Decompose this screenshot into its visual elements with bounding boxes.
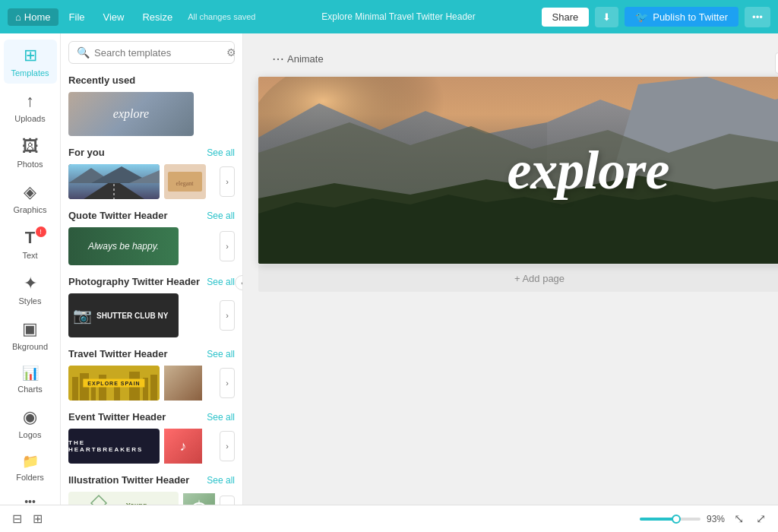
travel-see-all[interactable]: See all: [207, 349, 235, 359]
quote-see-all[interactable]: See all: [207, 211, 235, 221]
sidebar-item-logos[interactable]: ◉ Logos: [4, 401, 57, 445]
sidebar-item-folders[interactable]: 📁 Folders: [4, 447, 57, 488]
file-menu-button[interactable]: File: [62, 8, 93, 26]
page-thumb-button[interactable]: ⊟: [9, 510, 25, 527]
animate-button[interactable]: ⋯ Animate: [266, 49, 330, 69]
graphics-icon: ◈: [24, 182, 36, 202]
icon-sidebar: ⊞ Templates ↑ Uploads 🖼 Photos ◈ Graphic…: [0, 33, 61, 532]
sidebar-item-text[interactable]: T Text !: [4, 222, 57, 266]
recently-used-thumb[interactable]: explore: [68, 92, 194, 136]
travel-thumb[interactable]: EXPLORE SPAIN: [68, 366, 160, 401]
bottom-toolbar: ⊟ ⊞ 93% ⤡ ⤢: [0, 505, 778, 532]
download-icon: ⬇: [602, 11, 611, 23]
text-label: Text: [22, 251, 37, 260]
for-you-see-all[interactable]: See all: [207, 147, 235, 158]
logos-icon: ◉: [23, 407, 37, 427]
canvas-image[interactable]: explore: [258, 77, 778, 264]
text-icon: T: [25, 228, 35, 248]
quote-thumb[interactable]: Always be happy.: [68, 227, 179, 265]
travel-overlay-text: EXPLORE SPAIN: [83, 379, 144, 388]
event-thumb[interactable]: THE HEARTBREAKERS: [68, 429, 160, 464]
event-thumb-text: THE HEARTBREAKERS: [68, 439, 160, 453]
zoom-level: 93%: [707, 514, 725, 524]
zoom-fill: [640, 518, 676, 521]
svg-rect-17: [150, 375, 157, 401]
for-you-next-arrow[interactable]: ›: [220, 166, 235, 197]
view-label: View: [103, 11, 125, 23]
templates-label: Templates: [11, 68, 49, 78]
charts-icon: 📊: [22, 365, 39, 382]
event-thumb2-icon: ♪: [180, 439, 187, 454]
home-button[interactable]: ⌂ Home: [8, 8, 59, 26]
recently-used-thumb-text: explore: [113, 107, 149, 121]
zoom-knob[interactable]: [672, 515, 681, 524]
panel-collapse-handle[interactable]: ‹: [235, 275, 243, 290]
photography-thumb[interactable]: 📷 SHUTTER CLUB NY: [68, 293, 179, 337]
search-input[interactable]: [94, 47, 222, 59]
event-thumb2[interactable]: ♪: [164, 429, 202, 464]
event-row: THE HEARTBREAKERS ♪ ›: [68, 429, 235, 464]
sidebar-item-styles[interactable]: ✦ Styles: [4, 268, 57, 312]
photos-icon: 🖼: [22, 137, 39, 157]
add-page-button[interactable]: + Add page: [258, 265, 778, 292]
uploads-icon: ↑: [26, 91, 34, 111]
page-notes-button[interactable]: ⊞: [30, 510, 46, 527]
illustration-header: Illustration Twitter Header See all: [68, 474, 235, 486]
view-menu-button[interactable]: View: [96, 8, 132, 26]
copy-action-button[interactable]: ⧉: [775, 52, 778, 74]
camera-icon: 📷: [73, 306, 92, 325]
publish-label: Publish to Twitter: [653, 11, 728, 23]
publish-button[interactable]: 🐦 Publish to Twitter: [625, 7, 738, 27]
share-button[interactable]: Share: [542, 8, 590, 27]
animate-icon: ⋯: [272, 52, 284, 66]
templates-icon: ⊞: [24, 46, 37, 65]
for-you-title: For you: [68, 147, 105, 158]
project-title: Explore Minimal Travel Twitter Header: [321, 11, 476, 22]
photos-label: Photos: [17, 160, 43, 169]
travel-title: Travel Twitter Header: [68, 348, 168, 359]
quote-header: Quote Twitter Header See all: [68, 210, 235, 221]
for-you-thumb2[interactable]: elegant: [164, 164, 206, 199]
sidebar-item-templates[interactable]: ⊞ Templates: [4, 40, 57, 84]
travel-header: Travel Twitter Header See all: [68, 348, 235, 359]
shrink-button[interactable]: ⤡: [731, 510, 747, 527]
graphics-label: Graphics: [13, 205, 46, 214]
sidebar-item-background[interactable]: ▣ Bkground: [4, 313, 57, 357]
sidebar-item-uploads[interactable]: ↑ Uploads: [4, 85, 57, 129]
sidebar-item-photos[interactable]: 🖼 Photos: [4, 131, 57, 175]
templates-panel: 🔍 ⚙ Recently used explore For you See al…: [61, 33, 243, 532]
quote-next-arrow[interactable]: ›: [220, 231, 235, 261]
folders-icon: 📁: [22, 453, 39, 470]
svg-text:elegant: elegant: [176, 180, 194, 187]
explore-text: explore: [507, 139, 669, 202]
more-icon: •••: [752, 11, 763, 23]
charts-label: Charts: [17, 385, 42, 394]
sidebar-item-graphics[interactable]: ◈ Graphics: [4, 176, 57, 220]
event-next-arrow[interactable]: ›: [220, 431, 235, 461]
download-button[interactable]: ⬇: [595, 7, 618, 27]
filter-icon[interactable]: ⚙: [226, 46, 236, 59]
add-page-label: + Add page: [514, 273, 565, 284]
illustration-see-all[interactable]: See all: [207, 475, 235, 486]
home-icon: ⌂: [15, 11, 21, 23]
sidebar-item-charts[interactable]: 📊 Charts: [4, 359, 57, 400]
zoom-slider[interactable]: [640, 518, 701, 521]
more-options-button[interactable]: •••: [745, 7, 770, 27]
fullscreen-button[interactable]: ⤢: [753, 510, 769, 527]
recently-used-title: Recently used: [68, 74, 135, 86]
resize-menu-button[interactable]: Resize: [134, 8, 180, 26]
file-label: File: [69, 11, 85, 23]
photography-see-all[interactable]: See all: [207, 277, 235, 287]
photography-row: 📷 SHUTTER CLUB NY ›: [68, 293, 235, 337]
topbar: ⌂ Home File View Resize All changes save…: [0, 0, 778, 33]
animate-label: Animate: [287, 53, 324, 65]
travel-next-arrow[interactable]: ›: [220, 368, 235, 398]
share-label: Share: [552, 11, 579, 23]
event-see-all[interactable]: See all: [207, 412, 235, 423]
photography-header: Photography Twitter Header See all: [68, 276, 235, 287]
photography-next-arrow[interactable]: ›: [220, 300, 235, 331]
resize-label: Resize: [142, 11, 172, 23]
travel-thumb2[interactable]: [164, 366, 202, 401]
topbar-right: Share ⬇ 🐦 Publish to Twitter •••: [542, 7, 770, 27]
for-you-thumb1[interactable]: [68, 164, 160, 199]
